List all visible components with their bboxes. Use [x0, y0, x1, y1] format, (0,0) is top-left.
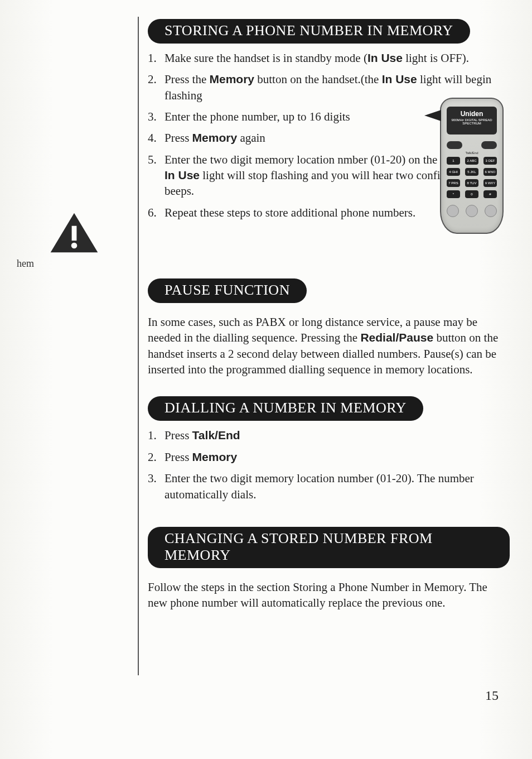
list-item: 1.Press Talk/End: [148, 427, 510, 443]
sidebar-note: hem: [17, 257, 131, 270]
main-column: STORING A PHONE NUMBER IN MEMORY 1.Make …: [146, 17, 510, 675]
handset-round-button: [485, 205, 497, 217]
handset-screen: Uniden 900MHz DIGITAL SPREAD SPECTRUM: [447, 107, 497, 134]
item-number: 2.: [148, 449, 165, 465]
item-number: 1.: [148, 50, 165, 66]
keypad-key: 3 DEF: [483, 157, 497, 165]
manual-page: hem STORING A PHONE NUMBER IN MEMORY 1.M…: [0, 0, 532, 759]
pause-body: In some cases, such as PABX or long dist…: [148, 314, 510, 377]
heading-pause: PAUSE FUNCTION: [148, 278, 307, 303]
item-number: 6.: [148, 205, 165, 220]
keypad-key: *: [447, 190, 460, 198]
warning-icon: [49, 212, 99, 254]
handset-nav-button: [481, 141, 497, 149]
heading-dialling: DIALLING A NUMBER IN MEMORY: [148, 396, 423, 421]
heading-changing: CHANGING A STORED NUMBER FROM MEMORY: [148, 527, 510, 568]
item-number: 2.: [148, 71, 165, 103]
keypad-row: 7 PRS8 TUV9 WXY: [447, 179, 497, 187]
item-number: 1.: [148, 427, 165, 443]
svg-rect-1: [71, 226, 76, 241]
keypad-key: 8 TUV: [465, 179, 478, 187]
handset-nav-button: [447, 141, 462, 149]
keypad-key: 4 GHI: [447, 168, 460, 176]
item-number: 3.: [148, 109, 165, 124]
keypad-key: #: [483, 190, 497, 198]
item-number: 5.: [148, 152, 165, 199]
item-number: 3.: [148, 470, 165, 502]
keypad-key: 7 PRS: [447, 179, 460, 187]
dialling-steps: 1.Press Talk/End2.Press Memory3.Enter th…: [148, 427, 510, 502]
handset-brand: Uniden: [461, 110, 483, 118]
svg-point-2: [71, 243, 77, 249]
item-number: 4.: [148, 130, 165, 146]
list-item: 3.Enter the two digit memory location nu…: [148, 470, 510, 502]
item-text: Make sure the handset is in standby mode…: [165, 50, 510, 66]
handset-round-button: [466, 205, 478, 217]
keypad-key: 5 JKL: [465, 168, 478, 176]
handset-round-button: [447, 205, 459, 217]
keypad-key: 6 MNO: [483, 168, 497, 176]
changing-body: Follow the steps in the section Storing …: [148, 579, 510, 611]
sidebar: hem: [17, 17, 136, 675]
keypad-row: 4 GHI5 JKL6 MNO: [447, 168, 497, 176]
keypad-key: 9 WXY: [483, 179, 497, 187]
item-text: Press Talk/End: [165, 427, 510, 443]
list-item: 2.Press Memory: [148, 449, 510, 465]
keypad-key: 2 ABC: [465, 157, 478, 165]
heading-storing: STORING A PHONE NUMBER IN MEMORY: [148, 19, 470, 44]
list-item: 1.Make sure the handset is in standby mo…: [148, 50, 510, 66]
item-text: Press Memory: [165, 449, 510, 465]
item-text: Enter the two digit memory location numb…: [165, 470, 510, 502]
handset-subtitle: 900MHz DIGITAL SPREAD SPECTRUM: [447, 118, 497, 125]
column-divider: [138, 17, 139, 675]
keypad-key: 0: [465, 190, 478, 198]
pointer-arrow-icon: [424, 110, 441, 121]
handset-illustration: Uniden 900MHz DIGITAL SPREAD SPECTRUM Ta…: [440, 98, 515, 237]
content-columns: hem STORING A PHONE NUMBER IN MEMORY 1.M…: [17, 17, 510, 675]
page-number: 15: [485, 688, 499, 703]
keypad-row: *0#: [447, 190, 497, 198]
keypad-row: 12 ABC3 DEF: [447, 157, 497, 165]
keypad-key: 1: [447, 157, 460, 165]
talk-end-label: Talk/End: [441, 151, 502, 155]
